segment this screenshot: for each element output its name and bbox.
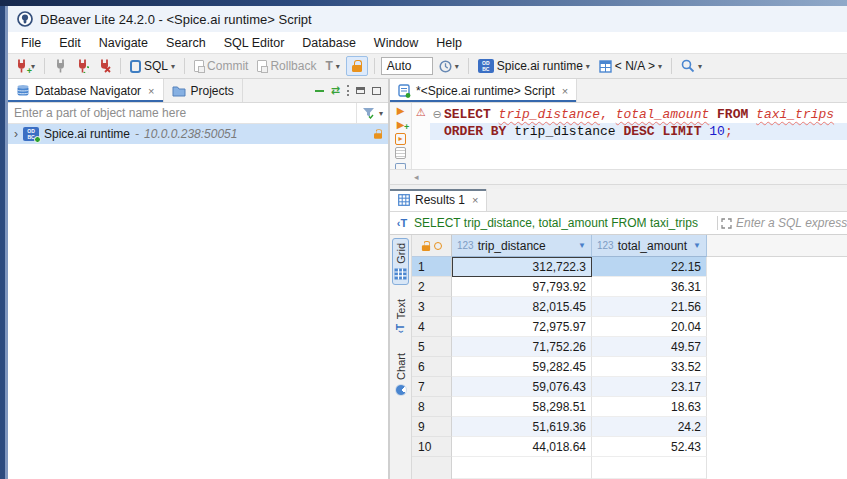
title-bar[interactable]: DBeaver Lite 24.2.0 - <Spice.ai runtime>… bbox=[8, 6, 847, 32]
history-button[interactable]: ▾ bbox=[436, 58, 462, 75]
grid-cell[interactable]: 97,793.92 bbox=[452, 277, 592, 297]
grid-cell[interactable]: 24.2 bbox=[592, 417, 707, 437]
maximize-view-icon[interactable] bbox=[372, 87, 381, 95]
script-icon[interactable] bbox=[395, 147, 406, 159]
grid-cell[interactable]: 18.63 bbox=[592, 397, 707, 417]
disconnect-button[interactable] bbox=[95, 57, 114, 75]
row-number[interactable]: 5 bbox=[412, 337, 452, 357]
execute-statement-button[interactable]: ▶ bbox=[397, 105, 405, 117]
grid-corner-cell[interactable] bbox=[412, 235, 452, 257]
grid-cell[interactable]: 59,282.45 bbox=[452, 357, 592, 377]
execute-script-button[interactable]: ▸ bbox=[395, 133, 406, 145]
tab-database-navigator[interactable]: Database Navigator × bbox=[8, 79, 164, 102]
row-number[interactable]: 9 bbox=[412, 417, 452, 437]
grid-cell[interactable]: 52.43 bbox=[592, 437, 707, 457]
tab-chart[interactable]: Chart bbox=[393, 348, 409, 401]
sort-icon[interactable]: ▼ bbox=[693, 241, 701, 250]
row-number[interactable]: 1 bbox=[412, 257, 452, 277]
close-icon[interactable]: × bbox=[148, 85, 154, 97]
sql-editor-button[interactable]: SQL ▾ bbox=[127, 57, 178, 75]
scroll-left-icon[interactable]: ◂ bbox=[414, 172, 419, 182]
grid-cell[interactable]: 82,015.45 bbox=[452, 297, 592, 317]
connection-tree-item[interactable]: › OD BC Spice.ai runtime - 10.0.0.238:50… bbox=[8, 124, 388, 144]
grid-cell[interactable]: 71,752.26 bbox=[452, 337, 592, 357]
active-connection-selector[interactable]: OD BC Spice.ai runtime ▾ bbox=[475, 57, 593, 75]
history-caret[interactable]: ▾ bbox=[455, 62, 459, 71]
warning-icon[interactable]: ⚠ bbox=[416, 106, 426, 118]
tab-text[interactable]: Text ‹T bbox=[393, 294, 409, 339]
grid-cell[interactable]: 51,619.36 bbox=[452, 417, 592, 437]
connect-button[interactable] bbox=[51, 57, 70, 75]
collapse-all-icon[interactable] bbox=[315, 90, 324, 92]
grid-cell[interactable]: 72,975.97 bbox=[452, 317, 592, 337]
search-caret[interactable]: ▾ bbox=[698, 62, 702, 71]
grid-cell[interactable]: 59,076.43 bbox=[452, 377, 592, 397]
menu-item-database[interactable]: Database bbox=[293, 32, 365, 53]
editor-ruler: ⚠ bbox=[412, 103, 430, 169]
row-number[interactable]: 7 bbox=[412, 377, 452, 397]
grid-cell[interactable]: 312,722.3 bbox=[452, 257, 592, 277]
commit-mode-combo[interactable]: Auto bbox=[381, 57, 433, 75]
search-button[interactable]: ▾ bbox=[678, 57, 705, 75]
expand-filter-icon[interactable] bbox=[721, 218, 732, 229]
column-header-total-amount[interactable]: 123 total_amount ▼ bbox=[592, 235, 707, 257]
menu-item-navigate[interactable]: Navigate bbox=[90, 32, 157, 53]
row-number[interactable]: 4 bbox=[412, 317, 452, 337]
reconnect-button[interactable] bbox=[73, 57, 92, 75]
code-line-1[interactable]: ⊖SELECT trip_distance, total_amount FROM… bbox=[430, 106, 847, 123]
commit-button[interactable]: Commit bbox=[191, 57, 251, 75]
menu-item-search[interactable]: Search bbox=[157, 32, 215, 53]
transaction-caret[interactable]: ▾ bbox=[336, 62, 340, 71]
grid-cell[interactable]: 36.31 bbox=[592, 277, 707, 297]
expand-chevron-icon[interactable]: › bbox=[14, 127, 18, 141]
close-icon[interactable]: × bbox=[472, 194, 478, 206]
tab-grid[interactable]: Grid bbox=[392, 238, 409, 285]
schema-caret[interactable]: ▾ bbox=[658, 62, 662, 71]
grid-cell[interactable]: 58,298.51 bbox=[452, 397, 592, 417]
row-number[interactable]: 10 bbox=[412, 437, 452, 457]
code-area[interactable]: ⊖SELECT trip_distance, total_amount FROM… bbox=[430, 103, 847, 169]
row-number[interactable]: 3 bbox=[412, 297, 452, 317]
execute-new-tab-button[interactable]: ▶+ bbox=[397, 119, 405, 131]
row-number[interactable]: 6 bbox=[412, 357, 452, 377]
row-number[interactable]: 2 bbox=[412, 277, 452, 297]
tab-sql-script[interactable]: *<Spice.ai runtime> Script × bbox=[390, 79, 577, 102]
connection-caret[interactable]: ▾ bbox=[586, 62, 590, 71]
close-icon[interactable]: × bbox=[562, 85, 568, 97]
transaction-mode-button[interactable]: T ▾ bbox=[322, 57, 342, 75]
filter-expression-input[interactable]: Enter a SQL expression to bbox=[736, 216, 847, 230]
tab-projects[interactable]: Projects bbox=[164, 79, 243, 102]
menu-item-file[interactable]: File bbox=[12, 32, 50, 53]
rollback-label: Rollback bbox=[270, 59, 316, 73]
new-connection-button[interactable]: + ▾ bbox=[12, 57, 38, 75]
minimize-view-icon[interactable] bbox=[356, 87, 365, 94]
connection-lock-toggle[interactable] bbox=[346, 56, 368, 76]
active-schema-selector[interactable]: < N/A > ▾ bbox=[596, 57, 665, 75]
grid-cell[interactable]: 49.57 bbox=[592, 337, 707, 357]
menu-item-window[interactable]: Window bbox=[365, 32, 427, 53]
grid-cell[interactable]: 33.52 bbox=[592, 357, 707, 377]
navigator-filter-input[interactable]: Enter a part of object name here bbox=[8, 106, 356, 120]
view-menu-icon[interactable] bbox=[347, 85, 349, 96]
grid-cell[interactable]: 21.56 bbox=[592, 297, 707, 317]
grid-cell[interactable]: 23.17 bbox=[592, 377, 707, 397]
menu-item-help[interactable]: Help bbox=[427, 32, 471, 53]
grid-cell[interactable]: 44,018.64 bbox=[452, 437, 592, 457]
code-line-2[interactable]: ORDER BY trip_distance DESC LIMIT 10; bbox=[430, 123, 847, 140]
menu-item-sql-editor[interactable]: SQL Editor bbox=[215, 32, 294, 53]
link-editor-icon[interactable]: ⇄ bbox=[331, 84, 340, 97]
editor-horizontal-scrollbar[interactable]: ◂ bbox=[390, 169, 847, 184]
filter-caret[interactable]: ▾ bbox=[379, 109, 383, 118]
rollback-button[interactable]: Rollback bbox=[254, 57, 319, 75]
column-header-trip-distance[interactable]: 123 trip_distance ▼ bbox=[452, 235, 592, 257]
grid-cell[interactable]: 20.04 bbox=[592, 317, 707, 337]
sql-editor-caret[interactable]: ▾ bbox=[171, 62, 175, 71]
grid-cell[interactable]: 22.15 bbox=[592, 257, 707, 277]
sort-icon[interactable]: ▼ bbox=[578, 241, 586, 250]
menu-item-edit[interactable]: Edit bbox=[50, 32, 90, 53]
tab-results-1[interactable]: Results 1 × bbox=[390, 189, 487, 211]
fold-marker-icon[interactable]: ⊖ bbox=[430, 106, 444, 123]
filter-options[interactable]: ▾ bbox=[356, 103, 388, 123]
tab-grid-label: Grid bbox=[395, 243, 407, 264]
row-number[interactable]: 8 bbox=[412, 397, 452, 417]
